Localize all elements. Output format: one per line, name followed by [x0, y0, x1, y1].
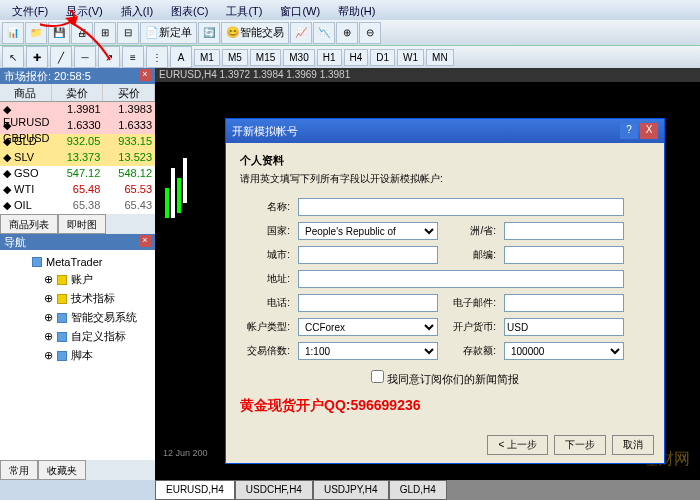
new-chart-icon[interactable]: 📊 [2, 22, 24, 44]
navigator-tree: MetaTrader ⊕ 账户⊕ 技术指标⊕ 智能交易系统⊕ 自定义指标⊕ 脚本 [0, 250, 155, 460]
new-order-button[interactable]: 📄新定单 [140, 22, 197, 44]
tb-icon[interactable]: 📈 [290, 22, 312, 44]
menu-window[interactable]: 窗口(W) [272, 2, 328, 18]
print-icon[interactable]: 🖨 [71, 22, 93, 44]
timeframe-M15[interactable]: M15 [250, 49, 281, 66]
cancel-button[interactable]: 取消 [612, 435, 654, 455]
menu-tools[interactable]: 工具(T) [218, 2, 270, 18]
help-icon[interactable]: ? [620, 123, 638, 139]
channel-icon[interactable]: ≡ [122, 46, 144, 68]
market-row[interactable]: ◆ OIL65.3865.43 [0, 198, 155, 214]
tb-icon[interactable]: ⊞ [94, 22, 116, 44]
chart-tab[interactable]: USDJPY,H4 [313, 480, 389, 500]
newsletter-checkbox[interactable] [371, 370, 384, 383]
hline-icon[interactable]: ─ [74, 46, 96, 68]
navigator-header: 导航 × [0, 234, 155, 250]
timeframe-M30[interactable]: M30 [283, 49, 314, 66]
folder-icon[interactable]: 📁 [25, 22, 47, 44]
save-icon[interactable]: 💾 [48, 22, 70, 44]
email-input[interactable] [504, 294, 624, 312]
section-note: 请用英文填写下列所有字段以开设新模拟帐户: [240, 172, 650, 186]
timeframe-D1[interactable]: D1 [370, 49, 395, 66]
timeframe-M1[interactable]: M1 [194, 49, 220, 66]
close-icon[interactable]: × [139, 69, 151, 81]
dialog-titlebar[interactable]: 开新模拟帐号 ? X [226, 119, 664, 143]
trend-icon[interactable]: ↗ [98, 46, 120, 68]
market-row[interactable]: ◆ GLD932.05933.15 [0, 134, 155, 150]
name-input[interactable] [298, 198, 624, 216]
menu-view[interactable]: 显示(V) [58, 2, 111, 18]
phone-input[interactable] [298, 294, 438, 312]
nav-item[interactable]: ⊕ 账户 [4, 270, 151, 289]
address-input[interactable] [298, 270, 624, 288]
refresh-icon[interactable]: 🔄 [198, 22, 220, 44]
nav-item[interactable]: ⊕ 智能交易系统 [4, 308, 151, 327]
nav-item[interactable]: ⊕ 技术指标 [4, 289, 151, 308]
tab-symbols[interactable]: 商品列表 [0, 214, 58, 234]
market-watch-header: 市场报价: 20:58:5 × [0, 68, 155, 84]
country-select[interactable]: People's Republic of [298, 222, 438, 240]
toolbar-secondary: ↖ ✚ ╱ ─ ↗ ≡ ⋮ A M1M5M15M30H1H4D1W1MN [0, 46, 700, 68]
nav-root[interactable]: MetaTrader [4, 254, 151, 270]
nav-item[interactable]: ⊕ 自定义指标 [4, 327, 151, 346]
timeframe-H4[interactable]: H4 [344, 49, 369, 66]
chart-tab[interactable]: GLD,H4 [389, 480, 447, 500]
promo-text: 黄金现货开户QQ:596699236 [240, 397, 650, 415]
prev-button[interactable]: < 上一步 [487, 435, 548, 455]
timeframe-W1[interactable]: W1 [397, 49, 424, 66]
chart-tabs: EURUSD,H4USDCHF,H4USDJPY,H4GLD,H4 [155, 480, 700, 500]
auto-trade-button[interactable]: 😊智能交易 [221, 22, 289, 44]
timeframe-H1[interactable]: H1 [317, 49, 342, 66]
market-row[interactable]: ◆ GBPUSD1.63301.6333 [0, 118, 155, 134]
timeframe-M5[interactable]: M5 [222, 49, 248, 66]
chart-header: EURUSD,H4 1.3972 1.3984 1.3969 1.3981 [155, 68, 700, 82]
fib-icon[interactable]: ⋮ [146, 46, 168, 68]
menu-bar: 文件(F) 显示(V) 插入(I) 图表(C) 工具(T) 窗口(W) 帮助(H… [0, 0, 700, 20]
menu-insert[interactable]: 插入(I) [113, 2, 161, 18]
state-input[interactable] [504, 222, 624, 240]
market-columns: 商品 卖价 买价 [0, 84, 155, 102]
crosshair-icon[interactable]: ✚ [26, 46, 48, 68]
leverage-select[interactable]: 1:100 [298, 342, 438, 360]
account-type-select[interactable]: CCForex [298, 318, 438, 336]
cursor-icon[interactable]: ↖ [2, 46, 24, 68]
currency-input[interactable] [504, 318, 624, 336]
zip-input[interactable] [504, 246, 624, 264]
market-row[interactable]: ◆ EURUSD1.39811.3983 [0, 102, 155, 118]
new-demo-account-dialog: 开新模拟帐号 ? X 个人资料 请用英文填写下列所有字段以开设新模拟帐户: 名称… [225, 118, 665, 464]
left-panel: 市场报价: 20:58:5 × 商品 卖价 买价 ◆ EURUSD1.39811… [0, 68, 155, 480]
menu-help[interactable]: 帮助(H) [330, 2, 383, 18]
text-icon[interactable]: A [170, 46, 192, 68]
market-row[interactable]: ◆ SLV13.37313.523 [0, 150, 155, 166]
menu-file[interactable]: 文件(F) [4, 2, 56, 18]
city-input[interactable] [298, 246, 438, 264]
tb-icon[interactable]: ⊕ [336, 22, 358, 44]
close-icon[interactable]: X [640, 123, 658, 139]
deposit-select[interactable]: 100000 [504, 342, 624, 360]
line-icon[interactable]: ╱ [50, 46, 72, 68]
menu-charts[interactable]: 图表(C) [163, 2, 216, 18]
timeframe-MN[interactable]: MN [426, 49, 454, 66]
market-row[interactable]: ◆ GSO547.12548.12 [0, 166, 155, 182]
toolbar-main: 📊 📁 💾 🖨 ⊞ ⊟ 📄新定单 🔄 😊智能交易 📈 📉 ⊕ ⊖ [0, 20, 700, 46]
section-heading: 个人资料 [240, 153, 650, 168]
tab-common[interactable]: 常用 [0, 460, 38, 480]
tb-icon[interactable]: 📉 [313, 22, 335, 44]
tb-icon[interactable]: ⊖ [359, 22, 381, 44]
market-row[interactable]: ◆ WTI65.4865.53 [0, 182, 155, 198]
chart-date: 12 Jun 200 [163, 448, 208, 458]
chart-tab[interactable]: USDCHF,H4 [235, 480, 313, 500]
next-button[interactable]: 下一步 [554, 435, 606, 455]
nav-item[interactable]: ⊕ 脚本 [4, 346, 151, 365]
tb-icon[interactable]: ⊟ [117, 22, 139, 44]
tab-favorites[interactable]: 收藏夹 [38, 460, 86, 480]
close-icon[interactable]: × [139, 235, 151, 247]
chart-tab[interactable]: EURUSD,H4 [155, 480, 235, 500]
tab-tick[interactable]: 即时图 [58, 214, 106, 234]
